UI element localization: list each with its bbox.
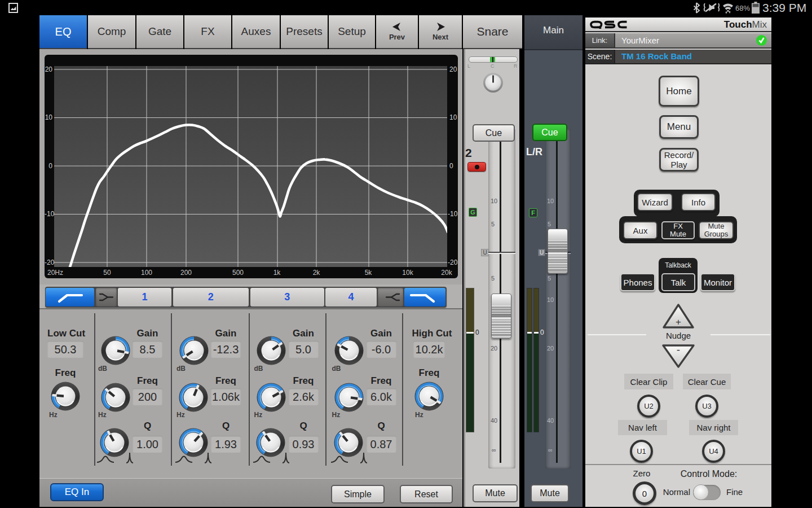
- svg-text:-: -: [677, 344, 680, 356]
- svg-text:+: +: [676, 317, 681, 327]
